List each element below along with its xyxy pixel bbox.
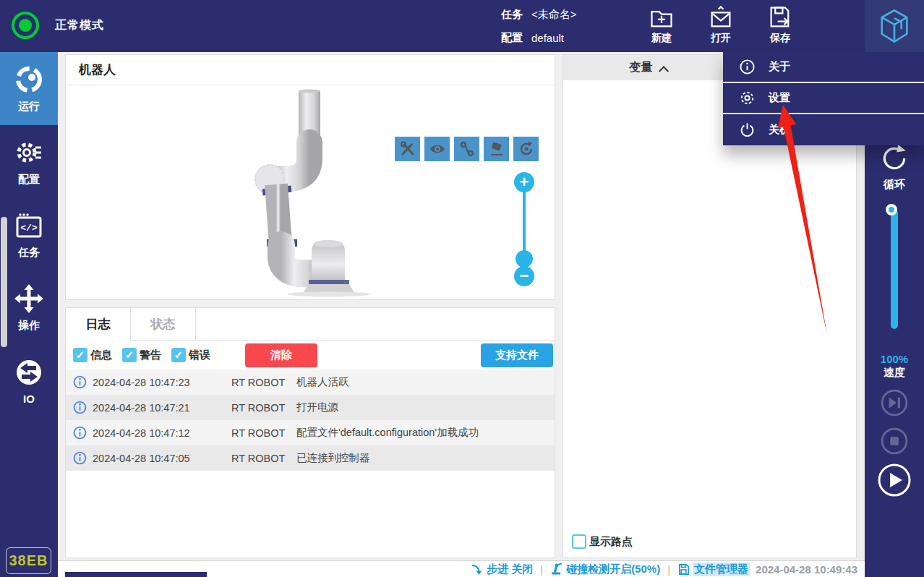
gear-icon	[739, 90, 756, 106]
log-source: RT ROBOT	[231, 427, 289, 439]
eraser-icon	[488, 140, 505, 158]
move-arrows-icon	[13, 283, 45, 315]
gear-icon	[13, 137, 45, 168]
tab-log[interactable]: 日志	[66, 308, 131, 341]
horizontal-scrollbar-thumb[interactable]	[65, 572, 207, 577]
clear-button[interactable]: 清除	[245, 343, 317, 367]
collision-detect-toggle[interactable]: 碰撞检测开启(50%)	[550, 563, 660, 576]
speed-slider-track[interactable]	[891, 210, 898, 329]
menu-item-settings[interactable]: 设置	[723, 83, 924, 114]
sidebar-item-run[interactable]: 运行	[0, 52, 58, 125]
filter-info-checkbox[interactable]: ✓ 信息	[73, 348, 112, 362]
variables-scrollbar-thumb[interactable]	[1, 217, 7, 347]
file-manager-disk-icon	[677, 563, 690, 576]
filter-warning-label: 警告	[140, 349, 161, 362]
topbar-actions: 新建 打开 保存	[639, 4, 803, 48]
save-task-button[interactable]: 保存	[758, 4, 803, 48]
statusbar-divider: |	[667, 563, 670, 576]
show-waypoints-checkbox[interactable]: 显示路点	[572, 534, 633, 549]
log-source: RT ROBOT	[231, 402, 289, 414]
step-mode-toggle[interactable]: 步进 关闭	[471, 563, 533, 576]
play-button[interactable]	[865, 463, 924, 497]
log-source: RT ROBOT	[231, 377, 289, 388]
step-arrow-icon	[471, 563, 484, 576]
topbar: 正常模式 任务 <未命名> 配置 default 新建	[0, 0, 924, 52]
variables-title: 变量	[630, 60, 653, 75]
speed-slider-handle[interactable]	[886, 204, 897, 215]
step-next-button[interactable]	[865, 389, 924, 416]
menu-item-shutdown[interactable]: 关机	[723, 114, 924, 145]
sidebar-item-task[interactable]: </> 任务	[0, 198, 58, 271]
sidebar-item-label: 运行	[18, 100, 40, 114]
sidebar-item-operate[interactable]: 操作	[0, 271, 58, 344]
wrench-tools-icon	[399, 140, 416, 158]
visibility-button[interactable]	[424, 137, 450, 161]
menu-about-label: 关于	[769, 60, 790, 74]
filter-error-label: 错误	[189, 349, 210, 362]
info-icon	[73, 401, 87, 414]
zoom-control: + −	[513, 172, 536, 317]
loop-button[interactable]: 循环	[865, 143, 924, 192]
io-swap-icon	[13, 356, 45, 388]
tools-button[interactable]	[395, 137, 420, 161]
zoom-in-button[interactable]: +	[514, 172, 534, 192]
log-time: 2024-04-28 10:47:12	[93, 427, 201, 439]
file-manager-button[interactable]: 文件管理器	[677, 563, 750, 576]
log-message: 已连接到控制器	[296, 451, 370, 465]
sidebar-item-label: 任务	[18, 246, 40, 260]
code-window-icon: </>	[13, 210, 45, 242]
menu-item-about[interactable]: 关于	[723, 52, 924, 83]
config-value: default	[531, 32, 564, 44]
open-task-label: 打开	[711, 32, 731, 45]
info-icon	[73, 375, 87, 389]
stop-button[interactable]	[865, 427, 924, 455]
save-disk-icon	[767, 4, 793, 30]
menu-settings-label: 设置	[769, 91, 790, 105]
log-row: 2024-04-28 10:47:23 RT ROBOT 机器人活跃	[66, 369, 555, 395]
open-task-button[interactable]: 打开	[698, 4, 743, 48]
sidebar-item-label: IO	[23, 393, 35, 405]
mode-indicator-group: 正常模式	[10, 10, 104, 40]
robot-3d-view[interactable]: + −	[66, 85, 555, 299]
tab-status[interactable]: 状态	[131, 308, 196, 341]
log-time: 2024-04-28 10:47:21	[93, 402, 201, 414]
run-icon	[13, 64, 45, 95]
svg-text:</>: </>	[20, 223, 38, 234]
log-source: RT ROBOT	[231, 453, 289, 464]
reset-view-button[interactable]	[513, 137, 539, 161]
info-icon	[739, 59, 756, 75]
app-root: 正常模式 任务 <未命名> 配置 default 新建	[0, 0, 924, 577]
path-button[interactable]	[454, 137, 479, 161]
sidebar-item-io[interactable]: IO	[0, 344, 58, 417]
file-manager-label: 文件管理器	[693, 563, 750, 576]
skip-next-icon	[881, 389, 908, 416]
info-icon	[73, 426, 87, 440]
new-task-button[interactable]: 新建	[639, 4, 684, 48]
log-row: 2024-04-28 10:47:05 RT ROBOT 已连接到控制器	[66, 445, 555, 471]
log-row: 2024-04-28 10:47:12 RT ROBOT 配置文件'defaul…	[66, 420, 555, 445]
log-time: 2024-04-28 10:47:05	[93, 453, 201, 464]
eye-icon	[429, 140, 446, 158]
sidebar-item-label: 配置	[18, 173, 40, 187]
stop-icon	[881, 427, 908, 455]
log-tabs: 日志 状态	[66, 308, 555, 341]
robot-arm-image	[239, 89, 398, 297]
app-menu-button[interactable]	[865, 0, 924, 52]
task-value: <未命名>	[531, 8, 577, 22]
app-dropdown-menu: 关于 设置 关机	[723, 52, 924, 145]
play-icon	[877, 463, 912, 497]
filter-warning-checkbox[interactable]: ✓ 警告	[122, 348, 161, 362]
new-folder-icon	[649, 4, 675, 30]
filter-error-checkbox[interactable]: ✓ 错误	[171, 348, 210, 362]
support-files-button[interactable]: 支持文件	[481, 343, 553, 367]
checkbox-checked-icon: ✓	[122, 348, 137, 362]
mode-label: 正常模式	[55, 18, 104, 33]
zoom-slider-handle[interactable]	[516, 250, 533, 268]
log-panel: 日志 状态 ✓ 信息 ✓ 警告 ✓ 错误 清除 支持文件	[65, 307, 555, 558]
speed-value: 100%	[865, 353, 924, 365]
zoom-out-button[interactable]: −	[514, 266, 534, 286]
sidebar-item-config[interactable]: 配置	[0, 125, 58, 198]
collision-detect-label: 碰撞检测开启(50%)	[566, 563, 660, 576]
info-icon	[73, 451, 87, 465]
erase-button[interactable]	[484, 137, 509, 161]
